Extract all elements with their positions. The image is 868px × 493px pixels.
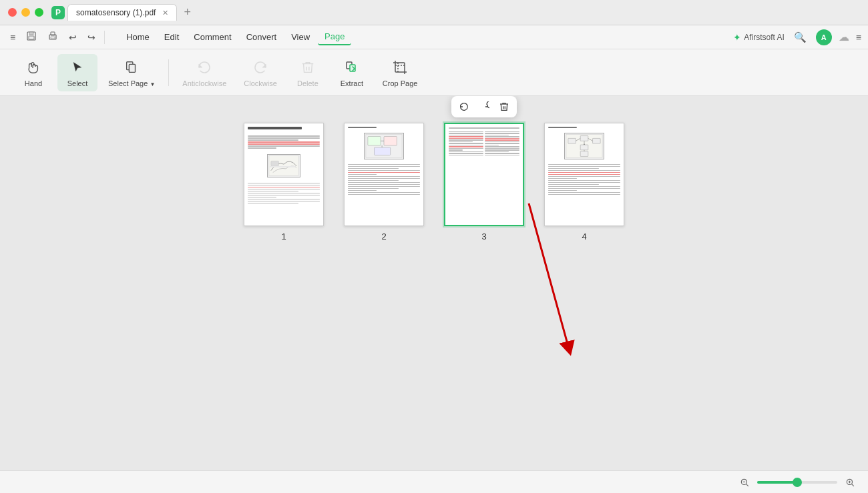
page-item-1: 1	[244, 123, 324, 241]
svg-rect-16	[271, 161, 279, 166]
zoom-in-button[interactable]	[843, 475, 857, 490]
delete-icon	[298, 58, 317, 77]
svg-rect-10	[395, 63, 405, 72]
save-icon[interactable]	[23, 28, 40, 46]
select-tool-button[interactable]: Select	[57, 54, 97, 91]
popup-rotate-right-button[interactable]	[477, 99, 491, 114]
ai-star-icon: ✦	[733, 32, 741, 43]
maximize-button[interactable]	[35, 8, 43, 17]
svg-rect-27	[593, 138, 601, 143]
menu-comment[interactable]: Comment	[187, 29, 238, 45]
user-avatar[interactable]: A	[816, 29, 832, 45]
page-item-3-wrapper: 3	[444, 123, 524, 241]
file-tab[interactable]: somatosensory (1).pdf ✕	[67, 4, 177, 21]
zoom-slider[interactable]	[757, 481, 837, 484]
search-icon[interactable]: 🔍	[791, 29, 809, 46]
ai-label: Afirstsoft AI	[744, 33, 785, 42]
page-item-3: 3	[444, 123, 524, 241]
hand-icon	[24, 58, 43, 77]
page-thumbnail-3[interactable]	[444, 123, 524, 226]
page-thumbnail-2[interactable]	[344, 123, 424, 226]
hamburger-menu-icon[interactable]: ≡	[7, 29, 19, 45]
tab-area: P somatosensory (1).pdf ✕ +	[51, 4, 860, 21]
svg-rect-25	[568, 138, 576, 143]
toolbar: Hand Select Select Page ▼ An	[0, 49, 868, 96]
clockwise-icon	[251, 58, 270, 77]
popup-rotate-left-button[interactable]	[457, 99, 471, 114]
svg-rect-28	[580, 145, 588, 150]
redo-icon[interactable]: ↪	[84, 29, 99, 45]
zoom-track-fill	[757, 481, 797, 484]
page-number-2: 2	[381, 231, 386, 241]
more-options-icon[interactable]: ≡	[856, 32, 861, 43]
titlebar: P somatosensory (1).pdf ✕ +	[0, 0, 868, 25]
cloud-icon[interactable]: ☁	[839, 31, 849, 43]
zoom-thumb[interactable]	[793, 478, 802, 487]
select-icon	[68, 58, 87, 77]
svg-line-42	[851, 484, 854, 486]
clockwise-button[interactable]: Clockwise	[237, 54, 284, 91]
print-icon[interactable]	[44, 28, 61, 46]
page-item-2: 2	[344, 123, 424, 241]
popup-delete-button[interactable]	[497, 99, 511, 114]
window-controls[interactable]	[8, 8, 43, 17]
select-page-icon	[122, 58, 141, 77]
delete-label: Delete	[297, 79, 318, 87]
hand-tool-button[interactable]: Hand	[13, 54, 53, 91]
menu-view[interactable]: View	[284, 29, 316, 45]
crop-page-button[interactable]: Crop Page	[376, 54, 425, 91]
menubar-right: ✦ Afirstsoft AI 🔍 A ☁ ≡	[733, 29, 861, 46]
statusbar	[0, 470, 868, 493]
svg-rect-1	[29, 32, 33, 35]
page-number-4: 4	[582, 231, 586, 241]
select-label: Select	[67, 79, 88, 87]
app-icon: P	[51, 6, 65, 19]
anticlockwise-icon	[195, 58, 214, 77]
minimize-button[interactable]	[21, 8, 30, 17]
svg-rect-17	[270, 165, 295, 167]
select-page-label: Select Page ▼	[108, 79, 155, 87]
undo-icon[interactable]: ↩	[65, 29, 80, 45]
svg-rect-26	[580, 135, 588, 141]
svg-rect-2	[29, 36, 34, 39]
menu-page[interactable]: Page	[318, 29, 351, 45]
extract-icon	[343, 58, 361, 77]
svg-rect-7	[129, 64, 135, 72]
svg-rect-21	[375, 147, 391, 155]
ai-badge[interactable]: ✦ Afirstsoft AI	[733, 32, 785, 43]
svg-rect-19	[368, 136, 381, 145]
svg-rect-20	[384, 136, 397, 145]
dropdown-arrow-icon: ▼	[150, 81, 155, 87]
delete-button[interactable]: Delete	[288, 54, 328, 91]
new-tab-button[interactable]: +	[180, 5, 195, 19]
menubar-items: Home Edit Comment Convert View Page	[120, 29, 730, 45]
tab-close-icon[interactable]: ✕	[162, 9, 168, 17]
menubar-divider	[104, 31, 105, 44]
svg-rect-29	[580, 151, 588, 156]
menu-convert[interactable]: Convert	[240, 29, 284, 45]
page-item-4: 4	[544, 123, 624, 241]
hand-label: Hand	[25, 79, 42, 87]
select-page-button[interactable]: Select Page ▼	[101, 54, 162, 91]
crop-page-icon	[391, 58, 409, 77]
clockwise-label: Clockwise	[244, 79, 277, 87]
close-button[interactable]	[8, 8, 17, 17]
page-thumbnail-4[interactable]	[544, 123, 624, 226]
main-content: 1	[0, 96, 868, 470]
extract-button[interactable]: Extract	[332, 54, 372, 91]
page3-popup	[451, 96, 517, 117]
menubar: ≡ ↩ ↪ Home Edit Comment Convert View Pag…	[0, 25, 868, 49]
anticlockwise-button[interactable]: Anticlockwise	[176, 54, 233, 91]
svg-rect-5	[51, 37, 55, 39]
page-number-1: 1	[281, 231, 286, 241]
page-thumbnail-1[interactable]	[244, 123, 324, 226]
menu-left-controls: ≡ ↩ ↪	[7, 28, 106, 46]
pages-area: 1	[244, 116, 624, 241]
page-number-3: 3	[481, 231, 486, 241]
menu-home[interactable]: Home	[120, 29, 156, 45]
toolbar-divider	[168, 59, 169, 86]
svg-line-38	[746, 484, 748, 486]
anticlockwise-label: Anticlockwise	[182, 79, 226, 87]
menu-edit[interactable]: Edit	[158, 29, 186, 45]
zoom-out-button[interactable]	[737, 475, 752, 490]
